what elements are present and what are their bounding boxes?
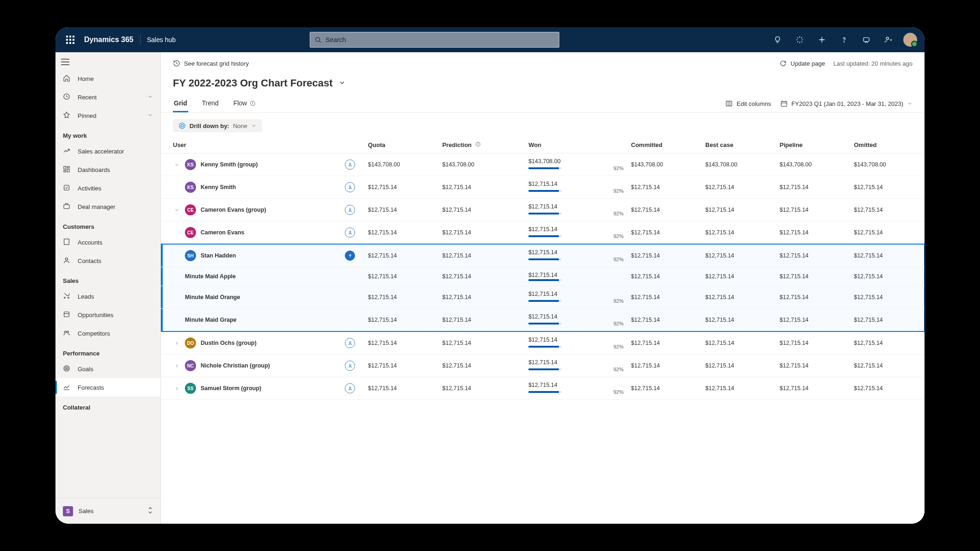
nav-item-contacts[interactable]: Contacts [55,251,160,270]
target-icon[interactable] [345,338,355,348]
user-name: Minute Maid Apple [185,273,236,280]
nav-section-sales: Sales [55,270,160,287]
expand-icon[interactable] [173,162,180,167]
expand-icon[interactable] [173,208,180,213]
nav-item-goals[interactable]: Goals [55,360,160,378]
period-picker[interactable]: FY2023 Q1 (Jan 01, 2023 - Mar 31, 2023) [780,100,913,107]
table-row[interactable]: KS Kenny Smith $12,715.14$12,715.14 $12,… [161,176,925,199]
nav-item-accounts[interactable]: Accounts [55,233,160,251]
module-switcher[interactable]: S Sales [55,498,160,524]
nav-item-sales-accelerator[interactable]: Sales accelerator [55,142,160,160]
main-content: See forecast grid history Update page La… [161,52,925,524]
tab-grid[interactable]: Grid [173,95,188,112]
cell-won: $12,715.14 92% [525,377,627,400]
user-avatar-badge: SH [185,250,196,261]
topbar-divider [140,35,141,45]
plus-icon[interactable] [812,30,832,50]
global-search[interactable] [310,32,559,48]
brand-name[interactable]: Dynamics 365 [84,36,134,44]
svg-point-50 [349,163,350,165]
contacts-icon [63,257,70,265]
progress-bar [528,235,562,237]
progress-bar [528,391,562,393]
svg-point-51 [349,186,350,187]
col-header-won[interactable]: Won [525,137,627,153]
insights-icon[interactable] [790,30,810,50]
nav-item-recent[interactable]: Recent [55,88,160,106]
cell-best: $12,715.14 [702,221,776,245]
won-percent: 92% [613,321,624,326]
table-row[interactable]: NC Nichole Christian (group) $12,715.14$… [161,355,925,377]
assistant-icon[interactable] [856,30,876,50]
drilldown-chip[interactable]: Drill down by: None [173,119,262,132]
cell-won: $12,715.14 92% [525,221,627,245]
col-header-prediction[interactable]: Prediction [439,137,525,153]
update-page-button[interactable]: Update page [779,60,825,67]
target-icon[interactable] [345,227,355,238]
sidebar-toggle-icon[interactable] [55,56,75,69]
search-input[interactable] [325,36,554,43]
svg-point-30 [67,331,69,333]
info-icon [475,141,481,148]
progress-bar [528,279,562,281]
nav-item-activities[interactable]: Activities [55,179,160,197]
col-header-committed[interactable]: Committed [627,137,702,153]
chevron-down-icon [251,123,257,129]
expand-icon[interactable] [173,363,180,368]
tab-flow[interactable]: Flow [233,95,257,112]
expand-icon[interactable] [173,386,180,391]
table-row[interactable]: Minute Maid Grape $12,715.14$12,715.14 $… [161,309,925,332]
tab-trend[interactable]: Trend [201,95,220,112]
target-icon[interactable] [345,383,355,393]
history-icon [173,60,180,67]
nav-section-customers: Customers [55,216,160,233]
target-icon[interactable] [345,361,355,371]
nav-item-opportunities[interactable]: Opportunities [55,306,160,324]
drilldown-value: None [233,122,247,129]
people-icon[interactable] [878,30,899,50]
app-launcher-icon[interactable] [61,31,80,49]
table-row[interactable]: SH Stan Hadden $12,715.14$12,715.14 $12,… [161,244,925,267]
cell-prediction: $12,715.14 [439,309,525,332]
nav-item-competitors[interactable]: Competitors [55,324,160,343]
table-row[interactable]: CE Cameron Evans $12,715.14$12,715.14 $1… [161,221,925,245]
table-row[interactable]: DO Dustin Ochs (group) $12,715.14$12,715… [161,331,925,355]
target-icon[interactable] [345,182,355,192]
col-header-user[interactable]: User [161,137,341,153]
table-row[interactable]: SS Samuel Storm (group) $12,715.14$12,71… [161,377,925,400]
table-row[interactable]: CE Cameron Evans (group) $12,715.14$12,7… [161,199,925,221]
cell-prediction: $12,715.14 [439,286,525,309]
nav-item-pinned[interactable]: Pinned [55,106,160,125]
see-history-button[interactable]: See forecast grid history [173,60,249,67]
nav-item-home[interactable]: Home [55,69,160,88]
col-header-pipeline[interactable]: Pipeline [776,137,850,153]
edit-columns-button[interactable]: Edit columns [725,100,771,107]
deal-icon [63,202,70,211]
hub-name[interactable]: Sales hub [147,36,176,43]
col-header-quota[interactable]: Quota [364,137,439,153]
svg-rect-5 [864,38,869,42]
won-percent: 92% [613,257,624,262]
target-icon[interactable] [345,251,355,261]
nav-label: Leads [78,293,94,300]
title-dropdown-icon[interactable] [338,79,346,88]
target-icon[interactable] [345,205,355,215]
expand-icon[interactable] [173,341,180,346]
cell-pipeline: $12,715.14 [776,377,850,400]
table-row[interactable]: Minute Maid Apple $12,715.14$12,715.14 $… [161,267,925,286]
col-header-omitted[interactable]: Omitted [850,137,925,153]
nav-item-deal-manager[interactable]: Deal manager [55,197,160,216]
nav-item-forecasts[interactable]: Forecasts [55,378,160,397]
cell-pipeline: $12,715.14 [776,244,850,267]
table-row[interactable]: KS Kenny Smith (group) $143,708.00$143,7… [161,153,925,176]
nav-item-leads[interactable]: Leads [55,287,160,306]
table-row[interactable]: Minute Maid Orange $12,715.14$12,715.14 … [161,286,925,309]
target-icon[interactable] [345,159,355,170]
svg-point-24 [65,257,67,260]
col-header-best-case[interactable]: Best case [702,137,776,153]
nav-label: Sales accelerator [78,148,124,155]
lightbulb-icon[interactable] [767,30,788,50]
nav-item-dashboards[interactable]: Dashboards [55,160,160,179]
user-avatar[interactable] [903,33,917,47]
help-icon[interactable] [834,30,854,50]
